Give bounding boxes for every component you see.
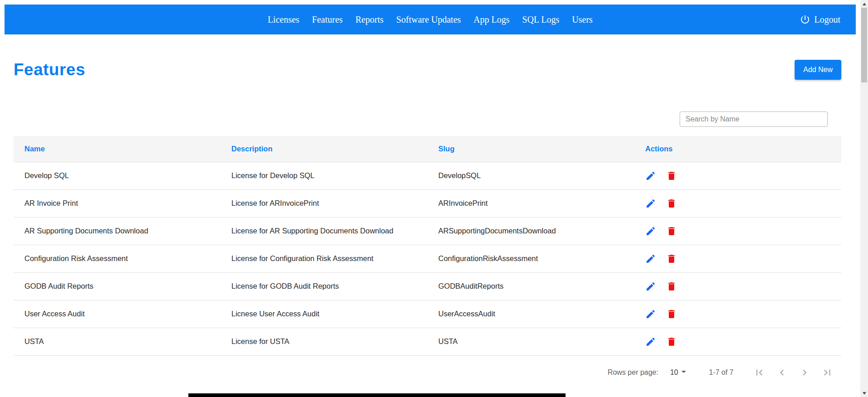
rows-per-page-value: 10 <box>670 368 678 377</box>
column-header-description: Description <box>221 136 427 162</box>
edit-pencil-icon[interactable] <box>645 253 656 264</box>
nav-item-reports[interactable]: Reports <box>355 15 384 25</box>
edit-pencil-icon[interactable] <box>645 170 656 181</box>
table-row: AR Supporting Documents Download License… <box>14 217 841 245</box>
trash-icon[interactable] <box>666 170 677 181</box>
table-row: Configuration Risk Assessment License fo… <box>14 245 841 272</box>
trash-icon[interactable] <box>666 198 677 209</box>
row-name: USTA <box>14 328 221 355</box>
row-description: License for USTA <box>221 328 427 355</box>
row-slug: ARSupportingDocumentsDownload <box>427 217 634 245</box>
nav-item-software-updates[interactable]: Software Updates <box>396 15 461 25</box>
vertical-scrollbar[interactable] <box>860 0 868 397</box>
row-slug: ARInvoicePrint <box>427 189 634 217</box>
nav-item-features[interactable]: Features <box>312 15 343 25</box>
search-input[interactable] <box>680 111 828 127</box>
trash-icon[interactable] <box>666 226 677 237</box>
row-description: Licnese User Access Audit <box>221 300 427 328</box>
power-icon <box>800 14 810 25</box>
row-description: License for Configuration Risk Assessmen… <box>221 245 427 272</box>
edit-pencil-icon[interactable] <box>645 226 656 237</box>
row-name: User Access Audit <box>14 300 221 328</box>
row-slug: GODBAuditReports <box>427 272 634 300</box>
logout-button[interactable]: Logout <box>800 5 840 34</box>
scrollbar-up-arrow-icon[interactable] <box>860 0 868 8</box>
bottom-black-bar <box>188 393 566 397</box>
row-slug: ConfigurationRiskAssessment <box>427 245 634 272</box>
last-page-button[interactable] <box>821 367 833 378</box>
first-page-button[interactable] <box>753 367 765 378</box>
edit-pencil-icon[interactable] <box>645 336 656 347</box>
column-header-actions: Actions <box>634 136 841 162</box>
trash-icon[interactable] <box>666 336 677 347</box>
previous-page-button[interactable] <box>776 367 788 378</box>
trash-icon[interactable] <box>666 253 677 264</box>
row-slug: DevelopSQL <box>427 162 634 189</box>
row-description: License for ARInvoicePrint <box>221 189 427 217</box>
row-name: AR Invoice Print <box>14 189 221 217</box>
main-area: Features Add New Name Description Slug A… <box>5 60 856 389</box>
scrollbar-thumb[interactable] <box>861 8 867 82</box>
edit-pencil-icon[interactable] <box>645 198 656 209</box>
rows-per-page-label: Rows per page: <box>608 368 658 377</box>
table-row: Develop SQL License for Develop SQL Deve… <box>14 162 841 189</box>
row-name: AR Supporting Documents Download <box>14 217 221 245</box>
next-page-button[interactable] <box>799 367 810 378</box>
nav-menu: LicensesFeaturesReportsSoftware UpdatesA… <box>268 15 593 25</box>
nav-item-sql-logs[interactable]: SQL Logs <box>522 15 559 25</box>
trash-icon[interactable] <box>666 309 677 320</box>
row-description: License for AR Supporting Documents Down… <box>221 217 427 245</box>
row-name: Configuration Risk Assessment <box>14 245 221 272</box>
nav-item-licenses[interactable]: Licenses <box>268 15 299 25</box>
row-description: License for GODB Audit Reports <box>221 272 427 300</box>
top-navbar: LicensesFeaturesReportsSoftware UpdatesA… <box>5 5 856 34</box>
table-footer: Rows per page: 10 1-7 of 7 <box>14 356 841 389</box>
features-table: Name Description Slug Actions Develop SQ… <box>14 136 841 356</box>
table-row: USTA License for USTA USTA <box>14 328 841 355</box>
edit-pencil-icon[interactable] <box>645 281 656 292</box>
pagination-controls <box>753 367 833 378</box>
trash-icon[interactable] <box>666 281 677 292</box>
page-title: Features <box>14 60 85 79</box>
row-name: Develop SQL <box>14 162 221 189</box>
table-body: Develop SQL License for Develop SQL Deve… <box>14 162 841 355</box>
column-header-name: Name <box>14 136 221 162</box>
logout-label: Logout <box>814 15 840 25</box>
nav-item-users[interactable]: Users <box>572 15 593 25</box>
column-header-slug: Slug <box>427 136 634 162</box>
row-slug: USTA <box>427 328 634 355</box>
table-header-row: Name Description Slug Actions <box>14 136 841 162</box>
nav-item-app-logs[interactable]: App Logs <box>474 15 509 25</box>
row-name: GODB Audit Reports <box>14 272 221 300</box>
scrollbar-down-arrow-icon[interactable] <box>860 389 868 397</box>
row-description: License for Develop SQL <box>221 162 427 189</box>
row-slug: UserAccessAudit <box>427 300 634 328</box>
table-row: GODB Audit Reports License for GODB Audi… <box>14 272 841 300</box>
dropdown-caret-icon <box>678 366 689 379</box>
add-new-button[interactable]: Add New <box>795 60 841 80</box>
rows-per-page-select[interactable]: 10 <box>670 366 689 379</box>
pagination-range: 1-7 of 7 <box>709 368 734 377</box>
edit-pencil-icon[interactable] <box>645 309 656 320</box>
table-row: AR Invoice Print License for ARInvoicePr… <box>14 189 841 217</box>
table-row: User Access Audit Licnese User Access Au… <box>14 300 841 328</box>
page-content: LicensesFeaturesReportsSoftware UpdatesA… <box>0 0 860 397</box>
